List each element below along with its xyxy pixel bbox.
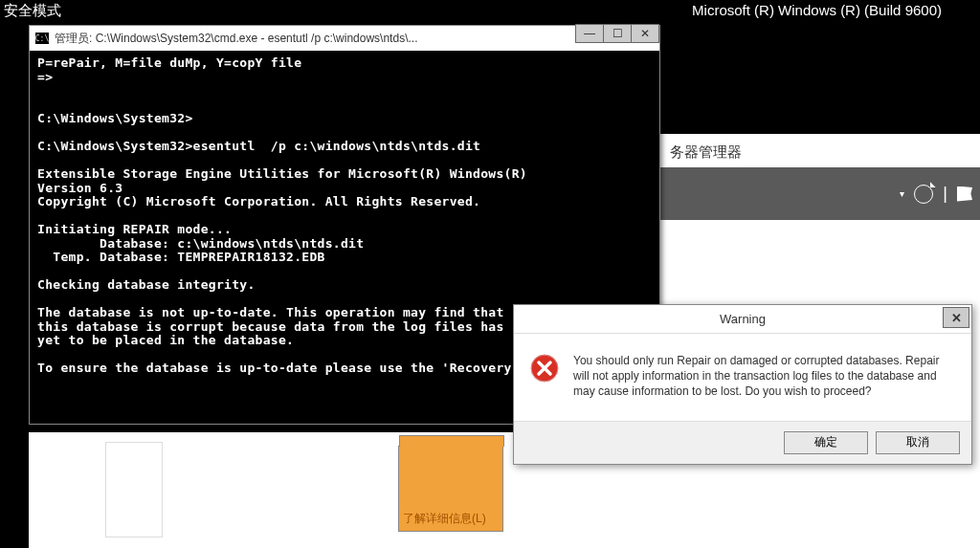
maximize-button[interactable]: ☐ (603, 24, 632, 43)
build-info-label: Microsoft (R) Windows (R) (Build 9600) (692, 2, 942, 18)
panel-card (105, 442, 163, 537)
warning-dialog: Warning ✕ You should only run Repair on … (513, 304, 972, 465)
server-manager-title: 务器管理器 (670, 143, 742, 162)
warning-button-bar: 确定 取消 (514, 421, 971, 464)
warning-body: You should only run Repair on damaged or… (514, 334, 971, 421)
minimize-button[interactable]: — (575, 24, 604, 43)
server-manager-toolbar: ▾ | (656, 167, 980, 220)
divider-icon: | (943, 184, 947, 204)
ok-button[interactable]: 确定 (784, 431, 868, 454)
warning-title-text: Warning (720, 312, 766, 326)
warning-message: You should only run Repair on damaged or… (573, 353, 956, 400)
cmd-icon: C:\ (35, 33, 49, 44)
cancel-button[interactable]: 取消 (876, 431, 960, 454)
cmd-title-text: 管理员: C:\Windows\System32\cmd.exe - esent… (55, 31, 417, 47)
cmd-titlebar[interactable]: C:\ 管理员: C:\Windows\System32\cmd.exe - e… (30, 26, 659, 51)
safe-mode-label: 安全模式 (4, 2, 61, 20)
close-button[interactable]: ✕ (631, 24, 659, 43)
tile-top (399, 435, 504, 447)
warning-titlebar[interactable]: Warning ✕ (514, 305, 971, 334)
refresh-icon[interactable] (914, 185, 933, 204)
tile-label[interactable]: 了解详细信息(L) (403, 511, 486, 527)
error-icon (529, 353, 560, 384)
warning-close-button[interactable]: ✕ (943, 307, 969, 328)
info-tile[interactable]: 了解详细信息(L) (398, 446, 503, 532)
caret-icon: ▾ (900, 188, 904, 199)
flag-icon[interactable] (957, 186, 972, 202)
